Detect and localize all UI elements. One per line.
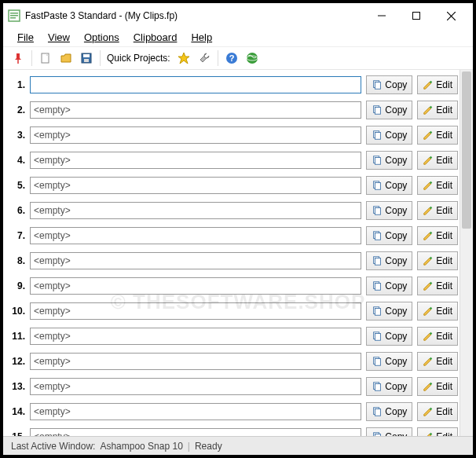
separator xyxy=(100,50,101,66)
menu-options[interactable]: Options xyxy=(78,30,126,45)
edit-label: Edit xyxy=(436,356,452,367)
edit-button[interactable]: Edit xyxy=(417,101,458,119)
minimize-button[interactable] xyxy=(364,5,399,27)
edit-icon xyxy=(423,406,434,417)
copy-icon xyxy=(372,255,383,266)
clip-input[interactable] xyxy=(30,252,361,269)
edit-button[interactable]: Edit xyxy=(417,302,458,321)
clip-input[interactable] xyxy=(30,126,361,144)
copy-button[interactable]: Copy xyxy=(366,126,412,145)
svg-rect-22 xyxy=(375,133,381,140)
svg-rect-5 xyxy=(413,13,420,20)
clip-row: 6.CopyEdit xyxy=(8,199,458,222)
svg-rect-11 xyxy=(83,54,90,57)
scrollbar[interactable] xyxy=(460,70,473,436)
quick-projects-label: Quick Projects: xyxy=(107,53,170,64)
open-icon[interactable] xyxy=(57,49,75,67)
copy-button[interactable]: Copy xyxy=(366,251,412,270)
edit-button[interactable]: Edit xyxy=(417,402,458,421)
copy-button[interactable]: Copy xyxy=(366,176,412,195)
clip-row: 4.CopyEdit xyxy=(8,148,458,172)
row-number: 15. xyxy=(8,431,25,436)
maximize-button[interactable] xyxy=(399,5,434,27)
menu-clipboard[interactable]: Clipboard xyxy=(127,30,184,45)
menu-help[interactable]: Help xyxy=(185,30,218,45)
edit-button[interactable]: Edit xyxy=(417,75,458,94)
edit-button[interactable]: Edit xyxy=(417,251,458,270)
edit-button[interactable]: Edit xyxy=(417,176,458,195)
pin-icon[interactable] xyxy=(9,49,27,67)
svg-rect-42 xyxy=(375,384,381,391)
copy-label: Copy xyxy=(385,79,407,90)
clip-row: 3.CopyEdit xyxy=(8,123,458,147)
edit-icon xyxy=(423,230,434,241)
globe-icon[interactable] xyxy=(243,49,261,67)
scrollbar-thumb[interactable] xyxy=(462,71,471,229)
clip-row: 2.CopyEdit xyxy=(8,98,458,122)
clip-input[interactable] xyxy=(30,302,361,320)
svg-rect-34 xyxy=(375,284,381,291)
clip-row: 12.CopyEdit xyxy=(8,350,458,373)
close-button[interactable] xyxy=(434,5,468,27)
edit-button[interactable]: Edit xyxy=(417,352,458,371)
edit-button[interactable]: Edit xyxy=(417,277,458,295)
copy-button[interactable]: Copy xyxy=(366,302,412,321)
edit-button[interactable]: Edit xyxy=(417,427,458,436)
copy-button[interactable]: Copy xyxy=(366,427,412,436)
copy-button[interactable]: Copy xyxy=(366,377,412,396)
edit-label: Edit xyxy=(436,155,452,166)
copy-label: Copy xyxy=(385,280,407,291)
edit-button[interactable]: Edit xyxy=(417,226,458,245)
copy-button[interactable]: Copy xyxy=(366,75,412,94)
row-number: 6. xyxy=(8,205,25,216)
edit-button[interactable]: Edit xyxy=(417,201,458,220)
edit-button[interactable]: Edit xyxy=(417,327,458,346)
copy-label: Copy xyxy=(385,130,407,141)
edit-icon xyxy=(423,280,434,291)
row-number: 9. xyxy=(8,280,25,291)
star-icon[interactable] xyxy=(175,49,192,67)
menu-file[interactable]: File xyxy=(11,30,40,45)
copy-button[interactable]: Copy xyxy=(366,201,412,220)
copy-button[interactable]: Copy xyxy=(366,226,412,245)
copy-icon xyxy=(372,130,383,141)
clip-input[interactable] xyxy=(30,378,361,395)
copy-button[interactable]: Copy xyxy=(366,402,412,421)
copy-button[interactable]: Copy xyxy=(366,327,412,346)
copy-button[interactable]: Copy xyxy=(366,352,412,371)
copy-button[interactable]: Copy xyxy=(366,101,412,119)
clip-input[interactable] xyxy=(30,202,361,219)
clip-input[interactable] xyxy=(30,152,361,169)
edit-icon xyxy=(423,431,434,436)
copy-button[interactable]: Copy xyxy=(366,151,412,170)
clip-row: 5.CopyEdit xyxy=(8,174,458,197)
clip-input[interactable] xyxy=(30,328,361,345)
edit-button[interactable]: Edit xyxy=(417,151,458,170)
svg-text:?: ? xyxy=(229,53,234,63)
svg-rect-38 xyxy=(375,334,381,341)
edit-button[interactable]: Edit xyxy=(417,126,458,145)
edit-icon xyxy=(423,130,434,141)
svg-rect-1 xyxy=(10,13,18,14)
copy-label: Copy xyxy=(385,356,407,367)
clip-input[interactable] xyxy=(30,428,361,436)
menu-view[interactable]: View xyxy=(42,30,76,45)
clip-input[interactable] xyxy=(30,353,361,370)
clip-input[interactable] xyxy=(30,101,361,119)
copy-button[interactable]: Copy xyxy=(366,277,412,295)
save-icon[interactable] xyxy=(78,49,95,67)
wrench-icon[interactable] xyxy=(196,49,213,67)
edit-icon xyxy=(423,381,434,392)
help-icon[interactable]: ? xyxy=(223,49,240,67)
clip-input[interactable] xyxy=(30,76,361,93)
new-icon[interactable] xyxy=(37,49,54,67)
row-number: 8. xyxy=(8,255,25,266)
edit-button[interactable]: Edit xyxy=(417,377,458,396)
clip-input[interactable] xyxy=(30,403,361,420)
clip-input[interactable] xyxy=(30,177,361,194)
svg-rect-44 xyxy=(375,409,381,416)
clip-input[interactable] xyxy=(30,227,361,244)
edit-label: Edit xyxy=(436,306,452,317)
clip-input[interactable] xyxy=(30,277,361,295)
svg-rect-40 xyxy=(375,359,381,366)
